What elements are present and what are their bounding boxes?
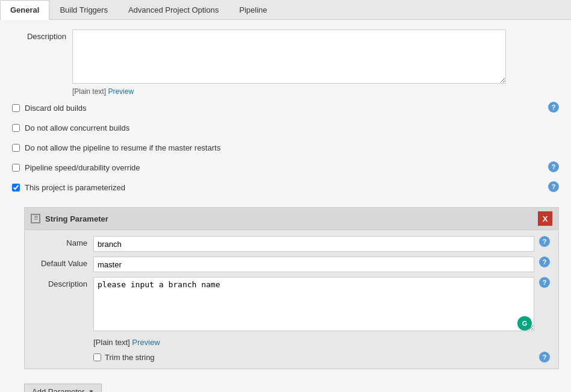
tab-advanced-project-options[interactable]: Advanced Project Options (118, 0, 229, 19)
description-plain-text: [Plain text] Preview (72, 87, 559, 96)
add-parameter-arrow: ▼ (88, 388, 94, 392)
param-default-input[interactable] (93, 257, 534, 272)
param-panel-title: String Parameter (45, 214, 108, 223)
project-parameterized-content: This project is parameterized (12, 181, 546, 198)
discard-builds-checkbox-row: Discard old builds (12, 102, 546, 114)
param-desc-label: Description (33, 277, 93, 288)
no-concurrent-content: Do not allow concurrent builds (12, 122, 559, 138)
no-resume-pipeline-checkbox[interactable] (12, 144, 20, 152)
param-panel-header: ⠿ String Parameter X (25, 208, 558, 230)
add-parameter-button[interactable]: Add Parameter ▼ (24, 384, 102, 392)
project-parameterized-label: This project is parameterized (25, 183, 546, 192)
discard-builds-row: Discard old builds ? (12, 102, 559, 118)
param-name-label: Name (33, 236, 93, 247)
param-default-label: Default Value (33, 257, 93, 268)
description-row: Description [Plain text] Preview (12, 30, 559, 96)
discard-old-builds-checkbox[interactable] (12, 104, 20, 112)
param-drag-handle[interactable]: ⠿ (31, 214, 40, 223)
discard-old-builds-label: Discard old builds (25, 104, 546, 113)
tab-build-triggers[interactable]: Build Triggers (49, 0, 117, 19)
discard-builds-content: Discard old builds (12, 102, 546, 118)
param-desc-textarea[interactable] (93, 277, 534, 331)
drag-dots: ⠿ (34, 216, 38, 222)
preview-link[interactable]: Preview (108, 87, 134, 96)
trim-row: Trim the string ? (33, 352, 550, 362)
no-resume-pipeline-label: Do not allow the pipeline to resume if t… (25, 143, 559, 152)
param-default-input-wrap: ? (93, 257, 550, 272)
pipeline-speed-help-icon[interactable]: ? (548, 161, 559, 172)
param-panel-body: Name ? Default Value ? Descrip (25, 230, 558, 369)
pipeline-speed-row: Pipeline speed/durability override ? (12, 161, 559, 178)
param-desc-textarea-container: G (93, 277, 534, 333)
pipeline-speed-label: Pipeline speed/durability override (25, 163, 546, 172)
no-resume-content: Do not allow the pipeline to resume if t… (12, 142, 559, 158)
tab-pipeline[interactable]: Pipeline (229, 0, 277, 19)
param-name-help-icon[interactable]: ? (539, 236, 550, 247)
project-parameterized-help-icon[interactable]: ? (548, 181, 559, 192)
main-content: Description [Plain text] Preview Discard… (0, 20, 571, 392)
param-name-row: Name ? (33, 236, 550, 252)
no-concurrent-builds-label: Do not allow concurrent builds (25, 123, 559, 132)
project-parameterized-checkbox[interactable] (12, 184, 20, 191)
add-parameter-label: Add Parameter (32, 387, 84, 392)
param-desc-help-icon[interactable]: ? (539, 277, 550, 288)
no-concurrent-checkbox-row: Do not allow concurrent builds (12, 122, 559, 134)
add-param-row: Add Parameter ▼ (24, 384, 559, 392)
description-label: Description (12, 30, 72, 41)
description-field-wrap: [Plain text] Preview (72, 30, 559, 96)
param-default-row: Default Value ? (33, 257, 550, 272)
param-default-help-icon[interactable]: ? (539, 257, 550, 267)
param-desc-plain-text-label: [Plain text] (93, 338, 130, 347)
param-name-input[interactable] (93, 236, 534, 252)
trim-string-checkbox[interactable] (93, 353, 101, 361)
description-textarea[interactable] (72, 30, 506, 84)
discard-builds-help-icon[interactable]: ? (548, 102, 559, 113)
project-parameterized-row: This project is parameterized ? (12, 181, 559, 198)
pipeline-speed-checkbox[interactable] (12, 164, 20, 172)
tab-general[interactable]: General (0, 0, 49, 20)
param-desc-preview-link[interactable]: Preview (132, 338, 160, 347)
project-parameterized-checkbox-row: This project is parameterized (12, 181, 546, 194)
param-name-input-wrap: ? (93, 236, 550, 252)
grammarly-icon: G (517, 316, 532, 331)
tabs-bar: General Build Triggers Advanced Project … (0, 0, 571, 20)
trim-string-help-icon[interactable]: ? (539, 352, 550, 362)
no-resume-checkbox-row: Do not allow the pipeline to resume if t… (12, 142, 559, 154)
string-param-panel: ⠿ String Parameter X Name ? Default Val (24, 207, 559, 369)
no-concurrent-builds-checkbox[interactable] (12, 124, 20, 132)
plain-text-label: [Plain text] (72, 87, 106, 96)
pipeline-speed-checkbox-row: Pipeline speed/durability override (12, 161, 546, 174)
param-desc-row: Description G ? (33, 277, 550, 333)
no-concurrent-row: Do not allow concurrent builds (12, 122, 559, 138)
pipeline-speed-content: Pipeline speed/durability override (12, 161, 546, 178)
trim-string-label: Trim the string (105, 353, 155, 362)
no-resume-row: Do not allow the pipeline to resume if t… (12, 142, 559, 158)
param-desc-plain-text: [Plain text] Preview (93, 338, 550, 347)
param-close-button[interactable]: X (538, 211, 552, 226)
param-desc-input-wrap: G ? (93, 277, 550, 333)
trim-checkbox-wrap: Trim the string (93, 353, 537, 362)
